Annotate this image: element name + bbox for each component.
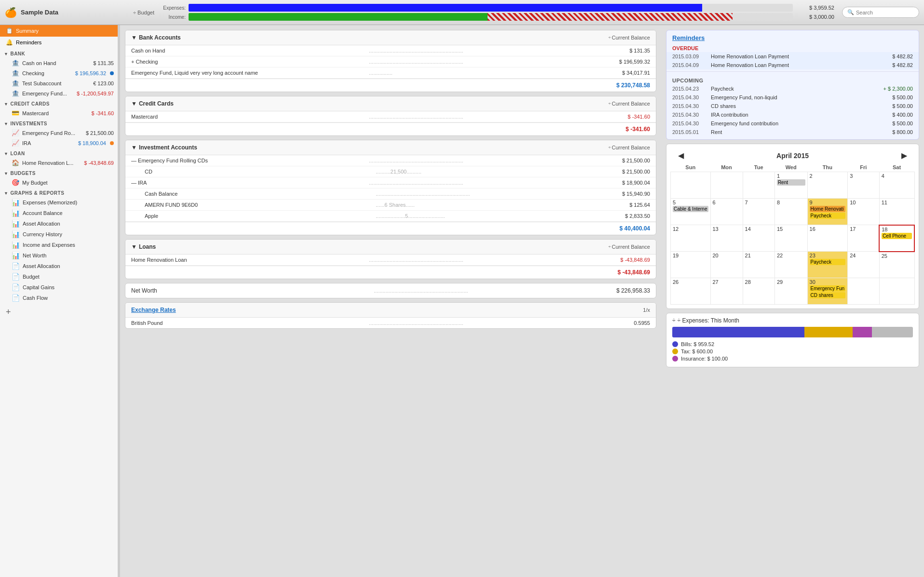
sidebar-item-reminders[interactable]: 🔔 Reminders <box>0 37 118 48</box>
sidebar-report-asset-allocation[interactable]: 📄 Asset Allocation <box>0 261 118 271</box>
cal-cell-wed1[interactable]: 1Rent <box>775 172 807 199</box>
sidebar-graph-account-balance[interactable]: 📊 Account Balance <box>0 208 118 218</box>
cal-cell[interactable]: 6 <box>710 199 743 225</box>
inv-row-efrolling[interactable]: — Emergency Fund Rolling CDs ...........… <box>125 155 656 166</box>
sidebar-graph-expenses-memorized[interactable]: 📊 Expenses (Memorized) <box>0 197 118 208</box>
search-box[interactable]: 🔍 <box>842 7 919 18</box>
bank-accounts-arrow[interactable]: ▼ <box>131 34 137 41</box>
sidebar-account-emergency[interactable]: 🏦 Emergency Fund... $ -1,200,549.97 <box>0 88 118 98</box>
cc-col-header[interactable]: ÷ Current Balance <box>609 101 650 107</box>
sidebar-report-capital-gains[interactable]: 📄 Capital Gains <box>0 282 118 293</box>
bank-row-checking[interactable]: + Checking .............................… <box>125 56 656 67</box>
cal-cell-thu23[interactable]: 23Paycheck <box>807 252 848 278</box>
cal-cell[interactable]: 20 <box>710 252 743 278</box>
cal-cell[interactable] <box>743 172 775 199</box>
cal-cell[interactable]: 24 <box>848 252 880 278</box>
cal-cell-thu9[interactable]: 9Home RenovatiPaycheck <box>807 199 848 225</box>
overdue-row-1[interactable]: 2015.03.09 Home Renovation Loan Payment … <box>666 52 919 61</box>
inv-row-cd[interactable]: CD ..........21,500.......... $ 21,500.0… <box>125 166 656 177</box>
upcoming-row-1[interactable]: 2015.04.23 Paycheck + $ 2,300.00 <box>666 84 919 93</box>
checking-row-value: $ 196,599.32 <box>607 59 650 65</box>
cc-row-mastercard[interactable]: Mastercard .............................… <box>125 111 656 122</box>
sidebar-account-subaccount[interactable]: 🏦 Test Subaccount € 123.00 <box>0 78 118 88</box>
cal-cell[interactable]: 27 <box>710 278 743 305</box>
cal-cell[interactable] <box>879 278 914 305</box>
cc-arrow[interactable]: ▼ <box>131 100 137 107</box>
upcoming-row-6[interactable]: 2015.05.01 Rent $ 800.00 <box>666 128 919 136</box>
cal-cell[interactable]: 21 <box>743 252 775 278</box>
upcoming-row-2[interactable]: 2015.04.30 Emergency Fund, non-liquid $ … <box>666 93 919 102</box>
loans-arrow[interactable]: ▼ <box>131 243 137 250</box>
budget-label[interactable]: ÷ Budget <box>133 10 154 15</box>
bank-accounts-col-header[interactable]: ÷ Current Balance <box>609 35 650 40</box>
inv-row-ira[interactable]: — IRA ..................................… <box>125 177 656 188</box>
loans-col-header[interactable]: ÷ Current Balance <box>609 244 650 250</box>
sidebar-report-budget[interactable]: 📄 Budget <box>0 271 118 282</box>
cal-cell[interactable]: 25 <box>879 252 914 278</box>
cal-cell[interactable]: 17 <box>848 225 880 252</box>
sidebar-budgets-header[interactable]: ▼ BUDGETS <box>0 168 118 177</box>
inv-arrow[interactable]: ▼ <box>131 144 137 151</box>
inv-row-cash-balance[interactable]: Cash Balance ...........................… <box>125 188 656 200</box>
cal-cell[interactable]: 14 <box>743 225 775 252</box>
cal-cell[interactable] <box>671 172 711 199</box>
cal-cell-sat18[interactable]: 18Cell Phone <box>879 225 914 252</box>
sidebar-account-cash[interactable]: 🏦 Cash on Hand $ 131.35 <box>0 58 118 68</box>
inv-row-apple[interactable]: Apple ....................5.............… <box>125 211 656 222</box>
sidebar-loan-header[interactable]: ▼ LOAN <box>0 148 118 158</box>
sidebar-account-checking[interactable]: 🏦 Checking $ 196,596.32 <box>0 68 118 78</box>
cash-row-value: $ 131.35 <box>607 48 650 54</box>
sidebar-account-mybudget[interactable]: 🎯 My Budget <box>0 177 118 188</box>
exchange-row-gbp[interactable]: British Pound ..........................… <box>125 318 656 328</box>
cal-cell[interactable]: 28 <box>743 278 775 305</box>
cal-cell[interactable]: 16 <box>807 225 848 252</box>
sidebar-report-cash-flow[interactable]: 📄 Cash Flow <box>0 293 118 303</box>
sidebar-graphs-header[interactable]: ▼ GRAPHS & REPORTS <box>0 188 118 197</box>
cal-cell[interactable]: 10 <box>848 199 880 225</box>
cal-cell[interactable]: 19 <box>671 252 711 278</box>
cal-cell[interactable]: 12 <box>671 225 711 252</box>
upcoming-row-3[interactable]: 2015.04.30 CD shares $ 500.00 <box>666 102 919 110</box>
sidebar-inv-header[interactable]: ▼ INVESTMENTS <box>0 118 118 128</box>
sidebar-graph-income-expenses[interactable]: 📊 Income and Expenses <box>0 240 118 250</box>
cal-cell[interactable]: 15 <box>775 225 807 252</box>
cal-cell[interactable] <box>710 172 743 199</box>
cal-cell[interactable] <box>848 278 880 305</box>
calendar-prev-button[interactable]: ◀ <box>674 150 688 161</box>
upcoming-row-4[interactable]: 2015.04.30 IRA contribution $ 400.00 <box>666 110 919 119</box>
add-account-button[interactable]: + <box>0 303 118 321</box>
sidebar-account-loan[interactable]: 🏠 Home Renovation L... $ -43,848.69 <box>0 158 118 168</box>
cal-cell-thu30[interactable]: 30Emergency FunCD shares <box>807 278 848 305</box>
exchange-rates-title-text[interactable]: Exchange Rates <box>131 307 176 313</box>
cal-cell[interactable]: 26 <box>671 278 711 305</box>
upcoming-row-5[interactable]: 2015.04.30 Emergency fund contribution $… <box>666 119 919 128</box>
cal-cell[interactable]: 8 <box>775 199 807 225</box>
cal-cell[interactable]: 13 <box>710 225 743 252</box>
cal-cell[interactable]: 22 <box>775 252 807 278</box>
sidebar-account-ira[interactable]: 📈 IRA $ 18,900.04 <box>0 138 118 148</box>
sidebar-account-efrolling[interactable]: 📈 Emergency Fund Ro... $ 21,500.00 <box>0 128 118 138</box>
bank-row-cash[interactable]: Cash on Hand ...........................… <box>125 45 656 56</box>
cal-cell[interactable]: 7 <box>743 199 775 225</box>
cal-cell[interactable]: 29 <box>775 278 807 305</box>
cal-cell[interactable]: 11 <box>879 199 914 225</box>
overdue-row-2[interactable]: 2015.04.09 Home Renovation Loan Payment … <box>666 61 919 69</box>
cal-cell[interactable]: 5Cable & Interne <box>671 199 711 225</box>
inv-col-header[interactable]: ÷ Current Balance <box>609 145 650 150</box>
reminders-title[interactable]: Reminders <box>666 30 919 43</box>
sidebar-bank-header[interactable]: ▼ BANK <box>0 48 118 58</box>
sidebar-cc-header[interactable]: ▼ CREDIT CARDS <box>0 98 118 108</box>
cal-cell[interactable]: 4 <box>879 172 914 199</box>
cal-cell[interactable]: 2 <box>807 172 848 199</box>
sidebar-account-mastercard[interactable]: 💳 Mastercard $ -341.60 <box>0 108 118 118</box>
calendar-next-button[interactable]: ▶ <box>897 150 911 161</box>
sidebar-item-summary[interactable]: 📋 Summary <box>0 25 118 37</box>
bank-row-emergency[interactable]: Emergency Fund, Liquid very very long ac… <box>125 67 656 79</box>
sidebar-graph-currency-history[interactable]: 📊 Currency History <box>0 229 118 240</box>
inv-row-amern[interactable]: AMERN FUND 9E6D0 ......6 Shares...... $ … <box>125 200 656 211</box>
search-input[interactable] <box>856 10 909 15</box>
sidebar-graph-net-worth[interactable]: 📊 Net Worth <box>0 250 118 261</box>
loan-row-home[interactable]: Home Renovation Loan ...................… <box>125 255 656 266</box>
cal-cell[interactable]: 3 <box>848 172 880 199</box>
sidebar-graph-asset-allocation[interactable]: 📊 Asset Allocation <box>0 218 118 229</box>
